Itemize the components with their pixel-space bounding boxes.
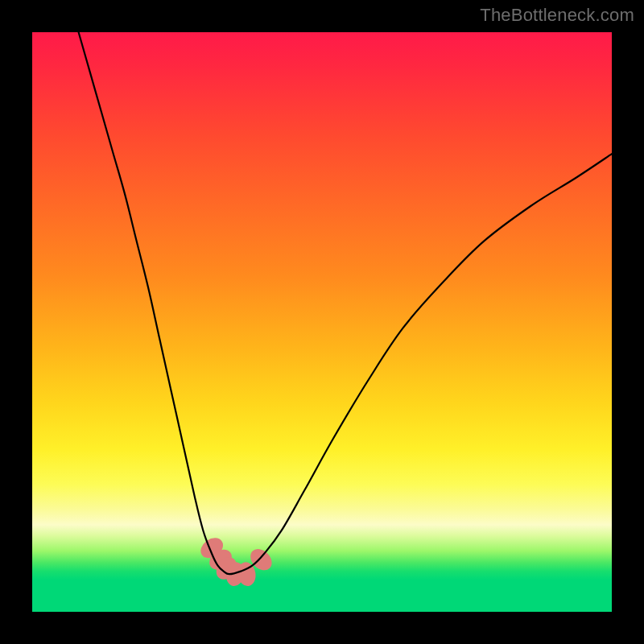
marker-group xyxy=(197,534,276,588)
watermark-text: TheBottleneck.com xyxy=(480,5,634,26)
chart-frame: TheBottleneck.com xyxy=(0,0,644,644)
bottleneck-curve xyxy=(79,32,612,574)
curve-layer xyxy=(32,32,612,612)
plot-area xyxy=(32,32,612,612)
